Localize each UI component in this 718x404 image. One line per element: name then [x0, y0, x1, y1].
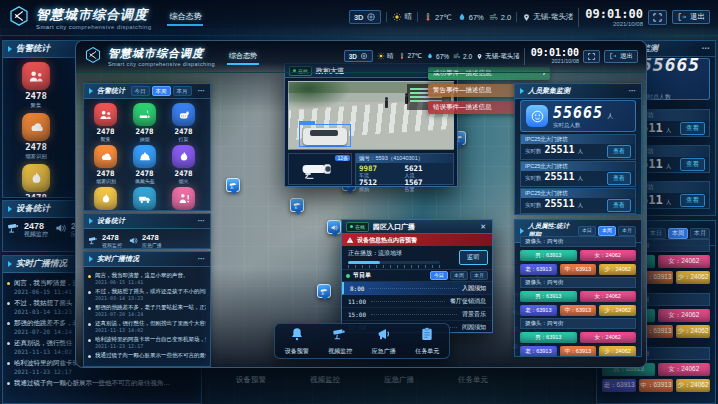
view-button[interactable]: 查看	[607, 145, 631, 158]
view-button[interactable]: 查看	[607, 199, 631, 212]
schedule-time: 11:00	[348, 298, 366, 305]
alarm-stat[interactable]: 2478土方车识别	[125, 187, 164, 211]
view-button[interactable]: 查看	[680, 158, 705, 171]
device-label: 视频监控	[102, 242, 122, 248]
mode-3d-button[interactable]: 3D	[349, 10, 382, 24]
fullscreen-button[interactable]	[648, 10, 667, 25]
dotted-separator	[371, 301, 445, 302]
clock-date: 2021/10/08	[531, 59, 579, 65]
tab-0[interactable]: 本日	[646, 228, 666, 239]
megaphone-icon	[376, 326, 392, 346]
flame-icon	[22, 164, 50, 192]
attr-pill: 中：63913	[560, 264, 597, 275]
alarm-stat[interactable]: 2478聚集	[5, 62, 67, 110]
broadcast-time: 2021-11-23 12:17	[14, 368, 197, 375]
camera-stat: 1567告警	[405, 179, 451, 192]
broadcast-log-item: 闻言，我当即清楚，这是小翠的声音。2021-06-15 11:41	[88, 272, 206, 285]
tab-1[interactable]: 本周	[668, 228, 688, 239]
schedule-row[interactable]: 15:00背景音乐	[342, 308, 492, 321]
alarm-stat[interactable]: 2478火灾	[86, 187, 125, 211]
broadcast-text: 我通过镜子向一颗心脏展示一些他不可言的最佳视角…	[14, 379, 197, 388]
tab-0[interactable]: 本日	[578, 226, 596, 236]
tab-2[interactable]: 本月	[690, 228, 710, 239]
attr-pill: 老：63913	[602, 379, 636, 392]
schedule-row[interactable]: 11:00餐厅促销消息	[342, 295, 492, 308]
inner-header-tools: 3D 晴 27℃ 67% 2.0 无锡-鼋头渚 09:01:00 2021/10…	[344, 48, 638, 64]
cctv-icon	[332, 326, 348, 346]
broadcast-popup-header[interactable]: 在线 园区入口广播 ✕	[342, 220, 492, 234]
close-icon[interactable]: ✕	[478, 222, 488, 231]
device-stat-text: 2478应急广播	[142, 234, 162, 248]
alarm-stat[interactable]: 2478人员越界警告	[164, 187, 203, 211]
pin-icon	[522, 13, 531, 22]
inner-header: 智慧城市综合调度 Smart city comprehensive dispat…	[76, 41, 646, 73]
tab-1[interactable]: 本周	[598, 226, 616, 236]
broadcast-text: 还真别说，强行憋住，但刚捞出了里面个大容量储蓄…	[95, 320, 206, 327]
dock-task[interactable]: 任务单元	[415, 326, 439, 356]
people-count-row: 实时数25511人查看	[521, 144, 635, 159]
fullscreen-button[interactable]	[583, 50, 600, 63]
exit-button[interactable]: 退出	[672, 10, 710, 24]
panel-title: 告警统计	[16, 43, 50, 55]
camera-name: IPC25北大门牌坊	[521, 189, 635, 198]
schedule-row[interactable]: 8:00入园须知	[342, 282, 492, 295]
camera-marker[interactable]	[317, 284, 331, 298]
tab-1[interactable]: 本周	[152, 86, 171, 96]
alarm-stat[interactable]: 2478聚集	[86, 103, 125, 143]
tab-overview[interactable]: 综合态势	[227, 49, 259, 65]
speaker-marker[interactable]	[327, 220, 341, 234]
more-icon[interactable]: ⋯	[197, 217, 205, 225]
app-subtitle: Smart city comprehensive dispatching	[36, 24, 151, 30]
more-icon[interactable]: ⋯	[197, 87, 205, 95]
camera-thumbnail[interactable]: 12条	[288, 153, 352, 185]
attr-pill: 少：24062	[676, 379, 710, 392]
alarm-stat[interactable]: 2478烟雾识别	[5, 113, 67, 161]
alarm-label: 聚集	[31, 101, 42, 109]
tab-1[interactable]: 本周	[450, 271, 468, 281]
alarm-stat[interactable]: 2478烟雾识别	[86, 145, 125, 185]
dotted-separator	[371, 314, 457, 315]
alarm-stat[interactable]: 2478打架	[164, 103, 203, 143]
wind-icon	[453, 52, 461, 60]
pin-icon	[476, 53, 483, 60]
location-label: 无锡-鼋头渚	[522, 12, 573, 22]
tab-0[interactable]: 今日	[430, 271, 448, 281]
view-button[interactable]: 查看	[680, 194, 705, 207]
more-icon[interactable]: ⋯	[628, 87, 636, 95]
alarm-stat[interactable]: 2478佩戴头盔	[125, 145, 164, 185]
camera-marker[interactable]	[226, 178, 240, 192]
device-stat[interactable]: 2478视频监控	[7, 221, 48, 239]
more-icon[interactable]: ⋯	[701, 44, 710, 53]
tab-2[interactable]: 本月	[470, 271, 488, 281]
device-stat[interactable]: 2478视频监控	[88, 232, 122, 249]
total-people-value: 55665	[641, 54, 700, 75]
dock-cctv[interactable]: 视频监控	[328, 326, 352, 356]
camera-marker[interactable]	[290, 198, 304, 212]
cctv-icon	[88, 232, 99, 249]
more-icon[interactable]: ⋯	[197, 255, 205, 263]
broadcast-text: 闻言，我当即清楚，这是小翠的声音。	[95, 272, 206, 279]
alarm-stat[interactable]: 2478火灾	[5, 164, 67, 198]
tab-2[interactable]: 本月	[618, 226, 636, 236]
floating-dashboard-window[interactable]: 智慧城市综合调度 Smart city comprehensive dispat…	[75, 40, 647, 368]
view-button[interactable]: 查看	[680, 122, 705, 135]
tab-2[interactable]: 本月	[173, 86, 192, 96]
speaker-icon	[128, 232, 139, 249]
attr-row: 老：63913中：63913少：24062	[520, 346, 636, 357]
device-stat[interactable]: 2478应急广播	[128, 232, 162, 249]
view-button[interactable]: 查看	[607, 172, 631, 185]
thermometer-icon	[423, 12, 433, 22]
listen-button[interactable]: 监听	[459, 250, 488, 265]
alarm-stat[interactable]: 2478抽烟	[125, 103, 164, 143]
mode-3d-button[interactable]: 3D	[344, 50, 373, 62]
tab-overview[interactable]: 综合态势	[167, 9, 203, 26]
count-value: 25511	[545, 172, 575, 182]
tab-0[interactable]: 今日	[131, 86, 150, 96]
dock-label: 任务单元	[415, 347, 439, 356]
alarm-stat[interactable]: 2478烟火	[164, 145, 203, 185]
dock-bell[interactable]: 设备预警	[285, 326, 309, 356]
playback-progress[interactable]	[348, 261, 440, 264]
dock-megaphone[interactable]: 应急广播	[372, 326, 396, 356]
device-label: 应急广播	[142, 242, 162, 248]
exit-button[interactable]: 退出	[604, 50, 638, 63]
